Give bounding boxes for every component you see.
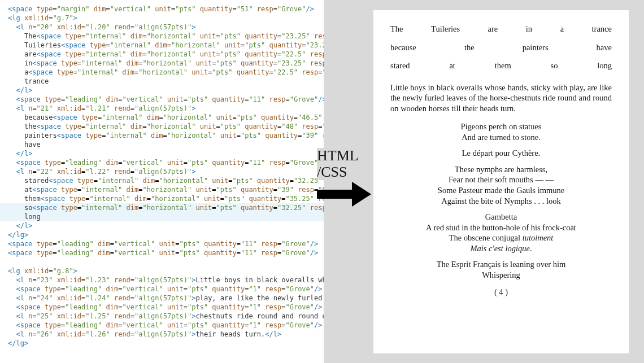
arrow-label: HTML /CSS bbox=[317, 148, 359, 180]
paragraph-g8: Little boys in black overalls whose hand… bbox=[390, 82, 612, 114]
line-20: TheTuileriesareinatrance bbox=[390, 24, 612, 34]
arrow-icon bbox=[317, 182, 371, 207]
xml-source-panel: <space type="margin" dim="vertical" unit… bbox=[0, 0, 324, 363]
line-21: becausethepaintershave bbox=[390, 42, 612, 53]
rendered-page: TheTuileriesareinatrance becausethepaint… bbox=[373, 10, 629, 353]
stanza-esprit: The Esprit Français is leaning over himW… bbox=[390, 259, 612, 280]
line-22: staredatthemsolong bbox=[390, 60, 612, 71]
line-fr: Le départ pour Cythère. bbox=[390, 148, 612, 159]
stanza-nymphs: These nymphs are harmless,Fear not their… bbox=[390, 164, 612, 206]
stanza-gambetta: Gambetta A red stud in the button-hole o… bbox=[390, 212, 612, 253]
render-panel: TheTuileriesareinatrance becausethepaint… bbox=[324, 0, 644, 363]
svg-rect-0 bbox=[317, 190, 352, 199]
page-number: ( 4 ) bbox=[390, 287, 612, 298]
stanza-pigeons: Pigeons perch on statuesAnd are turned t… bbox=[390, 121, 612, 142]
svg-marker-1 bbox=[352, 182, 371, 207]
stanza-title: Gambetta bbox=[390, 212, 612, 222]
